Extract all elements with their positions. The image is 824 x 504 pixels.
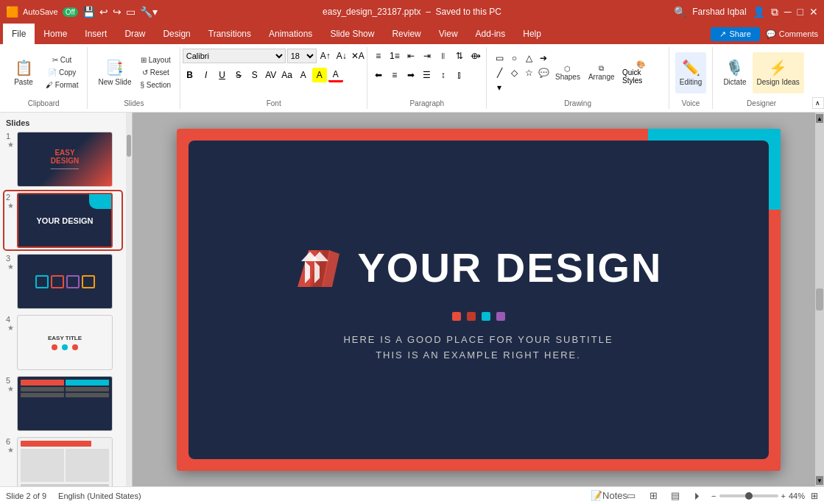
arrange-button[interactable]: ⧉ Arrange (585, 58, 618, 88)
slide-item-4[interactable]: 4 ★ EASY TITLE (4, 313, 122, 372)
tab-home[interactable]: Home (35, 24, 76, 44)
scroll-down-btn[interactable]: ▼ (816, 476, 823, 485)
new-slide-button[interactable]: 📑 New Slide (94, 52, 135, 93)
align-center-button[interactable]: ≡ (387, 68, 402, 82)
font-case-button[interactable]: Aa (280, 68, 295, 82)
triangle-shape[interactable]: △ (522, 52, 535, 65)
slide-subtitle[interactable]: HERE IS A GOOD PLACE FOR YOUR SUBTITLE T… (343, 333, 613, 363)
tab-design[interactable]: Design (154, 24, 199, 44)
tab-slideshow[interactable]: Slide Show (321, 24, 383, 44)
smartart-button[interactable]: ⟴ (468, 49, 483, 63)
layout-button[interactable]: ⊞ Layout (137, 54, 174, 65)
notes-button[interactable]: 📝 Notes (601, 489, 617, 503)
increase-indent-button[interactable]: ⇥ (420, 49, 434, 63)
shadow-button[interactable]: S (247, 68, 262, 82)
zoom-out-button[interactable]: − (711, 491, 716, 500)
scroll-up-btn[interactable]: ▲ (816, 114, 823, 123)
normal-view-button[interactable]: ▭ (623, 489, 639, 503)
font-size-select[interactable]: 18 (287, 49, 317, 63)
star-shape[interactable]: ☆ (522, 66, 535, 79)
font-shrink-button[interactable]: A↓ (334, 49, 349, 63)
tab-file[interactable]: File (3, 24, 35, 44)
tab-animations[interactable]: Animations (260, 24, 321, 44)
share-button[interactable]: ↗ Share (711, 27, 759, 41)
search-icon[interactable]: 🔍 (674, 6, 686, 18)
slideshow-view-button[interactable]: ⏵ (689, 489, 705, 503)
present-icon[interactable]: ▭ (126, 6, 135, 18)
scrollbar-thumb[interactable] (127, 135, 131, 157)
section-button[interactable]: § Section (137, 79, 174, 90)
zoom-slider[interactable] (719, 494, 778, 497)
shapes-button[interactable]: ⬡ Shapes (552, 58, 583, 88)
columns-button[interactable]: ⫴ (436, 49, 451, 63)
cut-button[interactable]: ✂ Cut (43, 54, 81, 65)
save-icon[interactable]: 💾 (82, 6, 95, 18)
slide-item-5[interactable]: 5 ★ (4, 375, 122, 433)
undo-icon[interactable]: ↩ (99, 6, 108, 18)
font-name-select[interactable]: Calibri (183, 49, 286, 63)
align-right-button[interactable]: ➡ (404, 68, 418, 82)
rectangle-shape[interactable]: ▭ (493, 52, 506, 65)
slide-main-title[interactable]: YOUR DESIGN (357, 247, 662, 288)
align-left-button[interactable]: ⬅ (371, 68, 386, 82)
collapse-ribbon-button[interactable]: ∧ (812, 97, 824, 109)
strikethrough-button[interactable]: S̶ (231, 68, 246, 82)
tab-transitions[interactable]: Transitions (200, 24, 260, 44)
reset-button[interactable]: ↺ Reset (137, 67, 174, 78)
slide-item-3[interactable]: 3 ★ (4, 252, 122, 310)
autosave-toggle[interactable]: Off (63, 7, 78, 17)
oval-shape[interactable]: ○ (507, 52, 521, 65)
text-direction-button[interactable]: ⇅ (452, 49, 467, 63)
font-color-button[interactable]: A (328, 68, 343, 82)
clear-format-button[interactable]: ✕A (351, 49, 365, 63)
slide-sorter-button[interactable]: ⊞ (645, 489, 661, 503)
redo-icon[interactable]: ↪ (113, 6, 122, 18)
quick-styles-button[interactable]: 🎨 Quick Styles (619, 59, 663, 86)
tab-draw[interactable]: Draw (116, 24, 154, 44)
tab-review[interactable]: Review (383, 24, 429, 44)
bullet-list-button[interactable]: ≡ (371, 49, 386, 63)
add-remove-cols-button[interactable]: ⫿ (452, 68, 467, 82)
numbered-list-button[interactable]: 1≡ (387, 49, 402, 63)
scroll-thumb[interactable] (816, 288, 823, 310)
slide-item-1[interactable]: 1 ★ EASY DESIGN ───────── (4, 130, 122, 188)
font-size-btn2[interactable]: A (296, 68, 311, 82)
close-icon[interactable]: ✕ (809, 6, 818, 18)
arrow-shape[interactable]: ➔ (537, 52, 550, 65)
customize-icon[interactable]: 🔧▾ (140, 6, 158, 18)
spacing-button[interactable]: AV (264, 68, 278, 82)
copy-button[interactable]: 📄 Copy (43, 67, 81, 78)
tab-view[interactable]: View (430, 24, 467, 44)
paste-button[interactable]: 📋 Paste (6, 52, 41, 93)
canvas-vscrollbar[interactable]: ▲ ▼ (815, 113, 824, 486)
fit-to-window-button[interactable]: ⊞ (811, 491, 818, 501)
more-shapes[interactable]: ▾ (493, 81, 506, 94)
slide-canvas[interactable]: YOUR DESIGN HERE IS A GOOD PLACE FOR YOU… (177, 129, 781, 471)
editing-button[interactable]: ✏️ Editing (675, 52, 707, 93)
line-shape[interactable]: ╱ (493, 66, 506, 79)
slide-panel-scrollbar[interactable] (126, 113, 132, 486)
reading-view-button[interactable]: ▤ (667, 489, 683, 503)
tab-insert[interactable]: Insert (76, 24, 116, 44)
dictate-button[interactable]: 🎙️ Dictate (719, 52, 750, 93)
justify-button[interactable]: ☰ (420, 68, 434, 82)
slide-item-2[interactable]: 2 ★ YOUR DESIGN (4, 191, 122, 249)
comments-button[interactable]: 💬 Comments (760, 27, 824, 41)
callout-shape[interactable]: 💬 (537, 66, 550, 79)
font-grow-button[interactable]: A↑ (318, 49, 333, 63)
restore-icon[interactable]: ⧉ (771, 6, 778, 18)
highlight-button[interactable]: A (312, 68, 327, 82)
zoom-in-button[interactable]: + (781, 491, 786, 500)
slide-item-6[interactable]: 6 ★ (4, 436, 122, 486)
tab-addins[interactable]: Add-ins (467, 24, 515, 44)
tab-help[interactable]: Help (514, 24, 550, 44)
underline-button[interactable]: U (215, 68, 230, 82)
format-painter-button[interactable]: 🖌 Format (43, 79, 81, 90)
minimize-icon[interactable]: ─ (784, 6, 792, 18)
maximize-icon[interactable]: □ (797, 6, 803, 18)
zoom-thumb[interactable] (745, 492, 753, 500)
diamond-shape[interactable]: ◇ (507, 66, 521, 79)
bold-button[interactable]: B (183, 68, 197, 82)
design-ideas-button[interactable]: ⚡ Design Ideas (753, 52, 804, 93)
line-spacing-button[interactable]: ↕ (436, 68, 451, 82)
